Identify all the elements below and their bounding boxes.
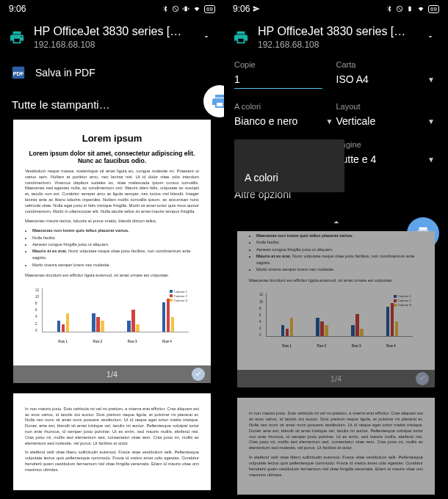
- svg-line-6: [397, 7, 402, 11]
- chevron-down-icon: ▼: [326, 117, 333, 125]
- preview-page-1[interactable]: Lorem ipsum Lorem ipsum dolor sit amet, …: [13, 120, 211, 383]
- doc-para: Vestibulum neque massa, scelerisque sit …: [25, 169, 199, 215]
- doc-chart: 121086420 Column 1Column 2Column 3: [25, 283, 199, 338]
- svg-text:PDF: PDF: [13, 70, 24, 77]
- vibrate-icon: [406, 5, 413, 12]
- print-preview[interactable]: Lorem ipsum Lorem ipsum dolor sit amet, …: [0, 120, 224, 490]
- preview-page-2[interactable]: In non mauris justo. Duis vehicula mi ve…: [237, 398, 435, 495]
- vibrate-icon: [182, 5, 189, 12]
- doc-para: In non mauris justo. Duis vehicula mi ve…: [25, 407, 199, 447]
- chevron-down-icon: ▼: [427, 156, 435, 164]
- color-field[interactable]: A colori Bianco e nero▼: [234, 102, 336, 127]
- doc-bullets: Maecenas non lorem quis tellus placerat …: [25, 227, 199, 269]
- preview-page-2[interactable]: In non mauris justo. Duis vehicula mi ve…: [13, 393, 211, 490]
- destination-list: PDF Salva in PDF Tutte le stampanti…: [0, 57, 224, 120]
- status-icons: 69: [162, 5, 215, 13]
- doc-para: Maecenas tincidunt est efficitur ligula …: [25, 273, 199, 279]
- print-preview[interactable]: Maecenas non lorem quis tellus placerat …: [224, 231, 448, 495]
- doc-para: In non mauris justo. Duis vehicula mi ve…: [249, 411, 423, 451]
- svg-rect-2: [184, 7, 187, 12]
- battery-icon: 69: [428, 5, 439, 13]
- page-footer: 1/4: [13, 365, 211, 383]
- svg-line-1: [173, 7, 178, 11]
- doc-bullets: Maecenas non lorem quis tellus placerat …: [249, 233, 423, 274]
- printer-name: HP OfficeJet 3830 series [C4EB4C]: [34, 25, 189, 38]
- page-indicator: 1/4: [106, 370, 118, 379]
- chevron-down-icon: ▼: [427, 117, 435, 125]
- battery-icon: 69: [204, 5, 215, 13]
- color-dropdown-popup[interactable]: Bianco e nero A colori: [234, 139, 344, 192]
- left-screenshot: 9:06 69 HP OfficeJet 3830 series [C4EB4C…: [0, 0, 224, 499]
- bluetooth-icon: [386, 5, 393, 12]
- wifi-icon: [416, 5, 425, 12]
- doc-para: Maecenas mauris lectus, lobortis et puru…: [25, 219, 199, 225]
- status-icons: 69: [386, 5, 439, 13]
- chevron-down-icon[interactable]: [198, 27, 215, 48]
- page-selected-check-icon[interactable]: [192, 368, 205, 381]
- save-pdf-label: Salva in PDF: [35, 67, 95, 79]
- all-printers-option[interactable]: Tutte le stampanti…: [0, 88, 224, 120]
- paper-field[interactable]: Carta ISO A4▼: [336, 60, 438, 89]
- printer-icon: [233, 29, 249, 45]
- do-not-disturb-icon: [396, 5, 403, 12]
- printer-ip: 192.168.68.108: [258, 40, 413, 50]
- page-footer: 1/4: [237, 370, 435, 387]
- doc-title: Lorem ipsum: [25, 133, 199, 144]
- doc-para: In eleifend velit vitae libero sollicitu…: [25, 450, 199, 473]
- preview-page-1[interactable]: Maecenas non lorem quis tellus placerat …: [237, 231, 435, 387]
- status-bar: 9:06 69: [224, 0, 448, 18]
- save-as-pdf-option[interactable]: PDF Salva in PDF: [0, 57, 224, 88]
- page-selected-check-icon[interactable]: [416, 372, 429, 385]
- printer-icon: [9, 29, 25, 45]
- doc-para: In eleifend velit vitae libero sollicitu…: [249, 455, 423, 478]
- svg-rect-7: [408, 7, 411, 12]
- pdf-icon: PDF: [10, 65, 26, 81]
- clock-text: 9:06: [9, 4, 26, 14]
- doc-para: Maecenas tincidunt est efficitur ligula …: [249, 278, 423, 284]
- page-indicator: 1/4: [330, 374, 342, 383]
- clock-text: 9:06: [233, 4, 260, 14]
- doc-subtitle: Lorem ipsum dolor sit amet, consectetur …: [25, 150, 199, 164]
- do-not-disturb-icon: [172, 5, 179, 12]
- doc-chart: 121086420 Column 1Column 2Column 3: [249, 287, 423, 343]
- chevron-down-icon[interactable]: [422, 27, 439, 48]
- status-bar: 9:06 69: [0, 0, 224, 18]
- bluetooth-icon: [162, 5, 169, 12]
- printer-header[interactable]: HP OfficeJet 3830 series [C4EB4C] 192.16…: [0, 18, 224, 57]
- printer-ip: 192.168.68.108: [34, 40, 189, 50]
- layout-field[interactable]: Layout Verticale▼: [336, 102, 438, 127]
- chevron-down-icon: ▼: [427, 76, 435, 84]
- wifi-icon: [192, 5, 201, 12]
- right-screenshot: 9:06 69 HP OfficeJet 3830 series [C4EB..…: [224, 0, 448, 499]
- printer-header[interactable]: HP OfficeJet 3830 series [C4EB... 192.16…: [224, 18, 448, 57]
- printer-name: HP OfficeJet 3830 series [C4EB...: [258, 25, 413, 38]
- dropdown-option-color[interactable]: A colori: [245, 172, 334, 183]
- copies-field[interactable]: Copie 1: [234, 60, 336, 89]
- pages-field[interactable]: Pagine Tutte e 4▼: [336, 140, 438, 165]
